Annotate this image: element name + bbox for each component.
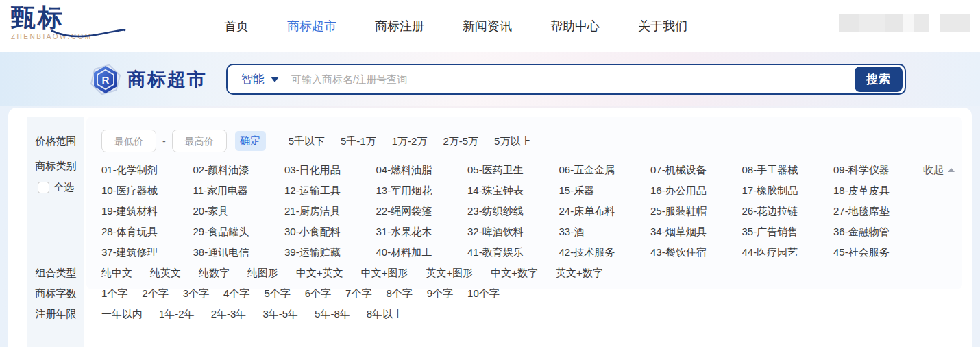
category-option[interactable]: 12-运输工具	[284, 180, 376, 201]
category-option[interactable]: 36-金融物管	[833, 222, 925, 242]
reg-years-option[interactable]: 3年-5年	[262, 304, 298, 324]
category-option[interactable]: 27-地毯席垫	[833, 201, 925, 222]
word-count-option[interactable]: 10个字	[467, 283, 500, 304]
category-row: 商标类别 全选 01-化学制剂02-颜料油漆03-日化用品04-燃料油脂05-医…	[27, 160, 961, 263]
category-option[interactable]: 11-家用电器	[193, 180, 285, 201]
price-option[interactable]: 1万-2万	[392, 130, 428, 152]
word-count-option[interactable]: 5个字	[264, 283, 290, 304]
combo-option[interactable]: 纯中文	[101, 263, 132, 283]
word-count-option[interactable]: 1个字	[101, 283, 127, 304]
category-option[interactable]: 16-办公用品	[650, 180, 742, 201]
price-range-content: - 确定 5千以下5千-1万1万-2万2万-5万5万以上	[101, 130, 961, 152]
category-option[interactable]: 18-皮革皮具	[833, 180, 925, 201]
search-mode-label: 智能	[241, 71, 265, 87]
price-confirm-button[interactable]: 确定	[235, 131, 266, 151]
combo-option[interactable]: 纯数字	[199, 263, 230, 283]
reg-years-option[interactable]: 8年以上	[367, 304, 403, 324]
category-option[interactable]: 08-手工器械	[742, 160, 834, 180]
category-option[interactable]: 06-五金金属	[559, 160, 651, 180]
category-option[interactable]: 44-医疗园艺	[742, 242, 834, 263]
nav-item[interactable]: 关于我们	[638, 18, 687, 34]
nav-item[interactable]: 首页	[224, 18, 249, 34]
category-option[interactable]: 22-绳网袋篷	[376, 201, 468, 222]
category-option[interactable]: 09-科学仪器	[833, 160, 925, 180]
top-header: 甄标 ZHENBIAOW.COM 首页商标超市商标注册新闻资讯帮助中心关于我们	[0, 0, 980, 52]
category-option[interactable]: 26-花边拉链	[742, 201, 834, 222]
max-price-input[interactable]	[172, 130, 227, 152]
category-option[interactable]: 01-化学制剂	[101, 160, 193, 180]
category-option[interactable]: 35-广告销售	[742, 222, 834, 242]
combo-type-options: 纯中文纯英文纯数字纯图形中文+英文中文+图形英文+图形中文+数字英文+数字	[101, 263, 961, 283]
category-option[interactable]: 14-珠宝钟表	[467, 180, 559, 201]
price-option[interactable]: 5千-1万	[341, 130, 376, 152]
category-option[interactable]: 45-社会服务	[833, 242, 925, 263]
collapse-toggle[interactable]: 收起	[923, 160, 955, 180]
category-option[interactable]: 24-床单布料	[559, 201, 651, 222]
nav-item[interactable]: 帮助中心	[550, 18, 600, 34]
select-all-checkbox-group[interactable]: 全选	[38, 181, 74, 194]
brand-logo[interactable]: 甄标 ZHENBIAOW.COM	[11, 4, 93, 40]
category-option[interactable]: 07-机械设备	[650, 160, 742, 180]
chevron-up-icon	[948, 168, 955, 172]
category-option[interactable]: 20-家具	[193, 201, 285, 222]
category-option[interactable]: 25-服装鞋帽	[650, 201, 742, 222]
category-option[interactable]: 21-厨房洁具	[284, 201, 376, 222]
word-count-option[interactable]: 9个字	[427, 283, 453, 304]
category-option[interactable]: 02-颜料油漆	[193, 160, 285, 180]
select-all-checkbox[interactable]	[38, 182, 49, 193]
word-count-option[interactable]: 2个字	[142, 283, 168, 304]
combo-option[interactable]: 英文+图形	[426, 263, 474, 283]
category-option[interactable]: 34-烟草烟具	[650, 222, 742, 242]
category-option[interactable]: 39-运输贮藏	[284, 242, 376, 263]
combo-option[interactable]: 纯英文	[150, 263, 181, 283]
combo-option[interactable]: 中文+图形	[361, 263, 408, 283]
category-option[interactable]: 28-体育玩具	[101, 222, 193, 242]
category-option[interactable]: 33-酒	[559, 222, 651, 242]
reg-years-option[interactable]: 2年-3年	[211, 304, 247, 324]
search-button[interactable]: 搜索	[855, 67, 903, 92]
category-option[interactable]: 40-材料加工	[376, 242, 468, 263]
category-option[interactable]: 29-食品罐头	[193, 222, 285, 242]
category-option[interactable]: 30-小食配料	[284, 222, 376, 242]
category-option[interactable]: 04-燃料油脂	[376, 160, 468, 180]
category-option[interactable]: 32-啤酒饮料	[467, 222, 559, 242]
reg-years-options: 一年以内1年-2年2年-3年3年-5年5年-8年8年以上	[101, 304, 961, 324]
word-count-option[interactable]: 7个字	[345, 283, 371, 304]
category-option[interactable]: 19-建筑材料	[101, 201, 193, 222]
reg-years-option[interactable]: 一年以内	[101, 304, 143, 324]
category-option[interactable]: 13-军用烟花	[376, 180, 468, 201]
combo-option[interactable]: 纯图形	[247, 263, 278, 283]
word-count-option[interactable]: 4个字	[223, 283, 249, 304]
svg-text:R: R	[102, 74, 110, 86]
nav-item[interactable]: 商标注册	[375, 18, 424, 34]
combo-option[interactable]: 中文+数字	[491, 263, 538, 283]
nav-item[interactable]: 商标超市	[287, 18, 336, 34]
category-option[interactable]: 15-乐器	[559, 180, 651, 201]
price-option[interactable]: 5万以上	[494, 130, 530, 152]
category-option[interactable]: 31-水果花木	[376, 222, 468, 242]
category-option[interactable]: 38-通讯电信	[193, 242, 285, 263]
combo-option[interactable]: 中文+英文	[296, 263, 343, 283]
reg-years-option[interactable]: 1年-2年	[159, 304, 195, 324]
search-input[interactable]	[291, 65, 855, 93]
category-option[interactable]: 10-医疗器械	[101, 180, 193, 201]
word-count-option[interactable]: 3个字	[183, 283, 209, 304]
combo-option[interactable]: 英文+数字	[556, 263, 603, 283]
category-option[interactable]: 37-建筑修理	[101, 242, 193, 263]
category-option[interactable]: 23-纺织纱线	[467, 201, 559, 222]
category-option[interactable]: 42-技术服务	[559, 242, 651, 263]
word-count-option[interactable]: 6个字	[305, 283, 331, 304]
price-range-row: 价格范围 - 确定 5千以下5千-1万1万-2万2万-5万5万以上	[27, 130, 961, 153]
category-option[interactable]: 17-橡胶制品	[742, 180, 834, 201]
category-option[interactable]: 05-医药卫生	[467, 160, 559, 180]
category-option[interactable]: 41-教育娱乐	[467, 242, 559, 263]
reg-years-option[interactable]: 5年-8年	[315, 304, 350, 324]
search-mode-dropdown[interactable]: 智能	[228, 71, 291, 87]
category-option[interactable]: 03-日化用品	[284, 160, 376, 180]
price-option[interactable]: 5千以下	[289, 130, 325, 152]
category-option[interactable]: 43-餐饮住宿	[650, 242, 742, 263]
price-option[interactable]: 2万-5万	[443, 130, 478, 152]
min-price-input[interactable]	[101, 130, 156, 152]
word-count-option[interactable]: 8个字	[386, 283, 412, 304]
nav-item[interactable]: 新闻资讯	[463, 18, 512, 34]
